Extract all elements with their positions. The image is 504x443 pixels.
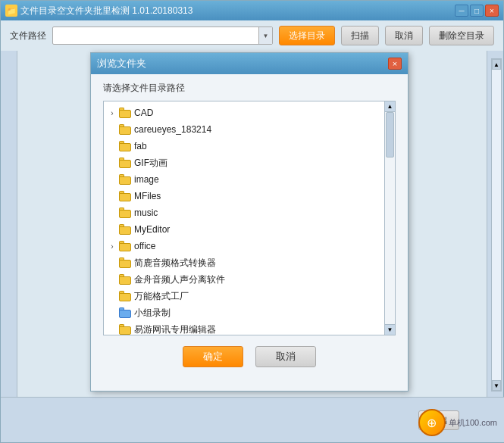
maximize-button[interactable]: □ <box>470 5 484 17</box>
tree-item[interactable]: 万能格式工厂 <box>104 288 384 304</box>
tree-item[interactable]: MFiles <box>104 188 384 204</box>
tree-item-label: GIF动画 <box>134 157 167 170</box>
dialog-scroll-down[interactable]: ▼ <box>385 324 395 335</box>
path-label: 文件路径 <box>10 30 46 42</box>
folder-icon <box>119 158 131 168</box>
tree-item[interactable]: GIF动画 <box>104 154 384 171</box>
select-dir-button[interactable]: 选择目录 <box>279 26 335 45</box>
expand-icon <box>107 124 117 135</box>
watermark-text: 单机100.com <box>449 417 497 429</box>
main-scrollbar: ▲ ▼ <box>491 58 502 392</box>
folder-icon <box>119 324 131 335</box>
expand-icon <box>107 141 117 151</box>
folder-icon <box>119 307 131 318</box>
tree-item-label: CAD <box>134 108 153 118</box>
expand-icon <box>107 291 117 301</box>
tree-item[interactable]: 易游网讯专用编辑器 <box>104 321 384 335</box>
tree-item[interactable]: 简鹿音频格式转换器 <box>104 254 384 271</box>
dialog-scrollbar: ▲ ▼ <box>384 101 395 335</box>
app-icon: 📁 <box>5 5 17 17</box>
expand-icon: › <box>107 241 117 251</box>
folder-icon <box>119 174 131 185</box>
folder-icon <box>119 124 131 135</box>
dialog-scroll-up[interactable]: ▲ <box>385 101 395 112</box>
close-button[interactable]: × <box>485 5 499 17</box>
tree-item-label: MFiles <box>134 191 161 201</box>
expand-icon <box>107 307 117 318</box>
dialog-close-button[interactable]: × <box>388 58 402 70</box>
path-input[interactable] <box>53 30 258 41</box>
dialog-footer: 确定 取消 <box>91 335 408 375</box>
tree-item[interactable]: image <box>104 171 384 188</box>
path-dropdown-button[interactable]: ▼ <box>258 27 272 44</box>
tree-item-label: 金舟音频人声分离软件 <box>134 273 225 286</box>
title-bar: 📁 文件目录空文件夹批里检测 1.01.20180313 ─ □ × <box>1 1 503 20</box>
folder-icon <box>119 274 131 285</box>
scroll-track <box>492 70 501 380</box>
expand-icon: › <box>107 108 117 118</box>
tree-item[interactable]: 小组录制 <box>104 304 384 321</box>
tree-item-label: fab <box>134 141 147 151</box>
folder-icon <box>119 207 131 218</box>
dialog-scroll-track <box>385 112 395 324</box>
tree-item-label: 万能格式工厂 <box>134 290 189 303</box>
folder-icon <box>119 191 131 201</box>
cancel-button[interactable]: 取消 <box>385 26 423 45</box>
folder-icon <box>119 108 131 118</box>
folder-tree: › CAD careueyes_183214 <box>104 101 384 335</box>
tree-item[interactable]: › office <box>104 238 384 254</box>
expand-icon <box>107 207 117 218</box>
scan-button[interactable]: 扫描 <box>341 26 379 45</box>
watermark: ⊕ 单机100.com <box>418 409 497 436</box>
watermark-icon: ⊕ <box>418 409 446 436</box>
bottom-panel: 退出 ⊕ 单机100.com <box>1 397 504 442</box>
dialog-subtitle: 请选择文件目录路径 <box>91 74 408 101</box>
tree-item[interactable]: fab <box>104 138 384 154</box>
tree-item[interactable]: careueyes_183214 <box>104 121 384 138</box>
dialog-scroll-thumb[interactable] <box>386 112 394 158</box>
tree-item-label: 简鹿音频格式转换器 <box>134 257 216 270</box>
tree-item[interactable]: MyEditor <box>104 221 384 238</box>
tree-item-label: office <box>134 241 155 251</box>
dialog-cancel-button[interactable]: 取消 <box>255 346 316 367</box>
tree-item-label: 易游网讯专用编辑器 <box>134 323 216 335</box>
tree-item-label: MyEditor <box>134 224 170 235</box>
dialog-confirm-button[interactable]: 确定 <box>183 346 243 367</box>
dialog-title-bar: 浏览文件夹 × <box>91 53 408 74</box>
folder-icon <box>119 257 131 268</box>
tree-item[interactable]: music <box>104 204 384 221</box>
path-input-container: ▼ <box>52 27 273 45</box>
expand-icon <box>107 158 117 168</box>
tree-item-label: music <box>134 207 158 218</box>
tree-item[interactable]: › CAD <box>104 105 384 121</box>
right-panel: ▲ ▼ <box>487 51 503 399</box>
dialog-tree-area: › CAD careueyes_183214 <box>103 101 396 335</box>
folder-icon <box>119 224 131 235</box>
tree-item-label: 小组录制 <box>134 307 171 320</box>
tree-item[interactable]: 金舟音频人声分离软件 <box>104 271 384 288</box>
folder-icon <box>119 291 131 301</box>
scroll-down-arrow[interactable]: ▼ <box>492 380 501 391</box>
scroll-up-arrow[interactable]: ▲ <box>492 59 501 70</box>
left-panel <box>1 51 17 399</box>
dialog-title: 浏览文件夹 <box>97 57 388 70</box>
window-controls: ─ □ × <box>455 5 499 17</box>
folder-icon <box>119 241 131 251</box>
folder-icon <box>119 141 131 151</box>
toolbar: 文件路径 ▼ 选择目录 扫描 取消 删除空目录 <box>1 20 503 51</box>
expand-icon <box>107 191 117 201</box>
app-title: 文件目录空文件夹批里检测 1.01.20180313 <box>20 5 455 17</box>
expand-icon <box>107 224 117 235</box>
browse-dialog: 浏览文件夹 × 请选择文件目录路径 › CAD <box>90 52 409 392</box>
tree-item-label: image <box>134 174 159 185</box>
minimize-button[interactable]: ─ <box>455 5 468 17</box>
expand-icon <box>107 257 117 268</box>
expand-icon <box>107 274 117 285</box>
expand-icon <box>107 324 117 335</box>
tree-item-label: careueyes_183214 <box>134 124 211 135</box>
expand-icon <box>107 174 117 185</box>
main-window: 📁 文件目录空文件夹批里检测 1.01.20180313 ─ □ × 文件路径 … <box>0 0 504 443</box>
delete-empty-button[interactable]: 删除空目录 <box>429 26 494 45</box>
